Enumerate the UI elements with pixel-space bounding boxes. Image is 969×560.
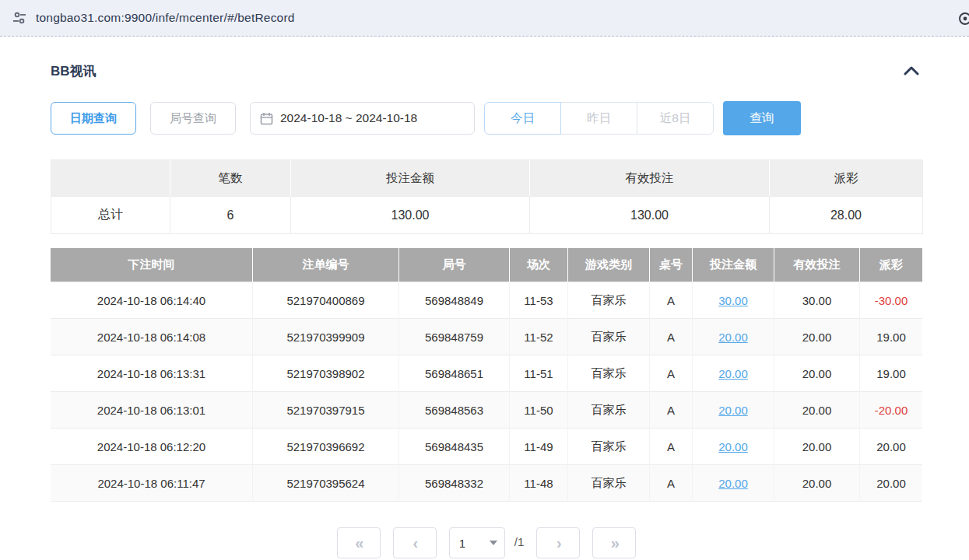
bet-amount-link[interactable]: 20.00 <box>718 404 748 417</box>
summary-header-cell <box>51 160 170 197</box>
table-header-cell: 派彩 <box>860 248 922 282</box>
session-cell: 11-53 <box>510 282 568 319</box>
summary-valid-bet: 130.00 <box>530 197 770 234</box>
bet-record-table: 下注时间 注单编号 局号 场次 游戏类别 桌号 投注金额 有效投注 派彩 202… <box>51 248 922 502</box>
first-page-icon: « <box>355 534 362 552</box>
summary-count: 6 <box>170 197 291 234</box>
last-page-icon: » <box>611 534 618 552</box>
session-cell: 11-52 <box>510 319 568 355</box>
game-type-cell: 百家乐 <box>568 429 650 465</box>
bet-no-cell: 521970399909 <box>253 319 399 355</box>
table-header-cell: 注单编号 <box>253 248 399 282</box>
table-row: 2024-10-18 06:13:01 521970397915 5698485… <box>51 392 922 429</box>
first-page-button[interactable]: « <box>337 527 381 558</box>
next-page-button[interactable]: › <box>536 527 580 558</box>
summary-header-cell: 投注金额 <box>291 160 530 197</box>
table-no-cell: A <box>650 392 693 429</box>
date-range-input[interactable]: 2024-10-18 ~ 2024-10-18 <box>250 102 475 135</box>
valid-bet-cell: 20.00 <box>774 429 860 465</box>
bet-no-cell: 521970395624 <box>253 465 399 502</box>
table-row: 2024-10-18 06:11:47 521970395624 5698483… <box>51 465 922 502</box>
table-header-cell: 有效投注 <box>774 248 860 282</box>
last-8-days-button[interactable]: 近8日 <box>637 102 714 135</box>
valid-bet-cell: 20.00 <box>774 319 860 355</box>
prev-page-button[interactable]: ‹ <box>393 527 437 558</box>
session-cell: 11-51 <box>510 355 568 392</box>
last-page-button[interactable]: » <box>592 527 636 558</box>
game-type-cell: 百家乐 <box>568 319 650 355</box>
bet-amount-link[interactable]: 30.00 <box>718 294 748 307</box>
filter-toolbar: 日期查询 局号查询 2024-10-18 ~ 2024-10-18 今日 昨日 … <box>51 101 922 135</box>
round-no-cell: 569848435 <box>399 429 510 465</box>
bet-time-cell: 2024-10-18 06:14:40 <box>51 282 253 319</box>
session-cell: 11-48 <box>510 465 568 502</box>
game-type-cell: 百家乐 <box>568 282 650 319</box>
chevron-up-icon <box>904 66 919 75</box>
collapse-panel-button[interactable] <box>901 63 922 80</box>
bet-time-cell: 2024-10-18 06:13:01 <box>51 392 253 429</box>
table-row: 2024-10-18 06:14:40 521970400869 5698488… <box>51 282 922 319</box>
next-page-icon: › <box>556 534 560 552</box>
valid-bet-cell: 20.00 <box>774 392 860 429</box>
payout-cell: -30.00 <box>860 282 922 319</box>
page-title: BB视讯 <box>51 62 97 80</box>
table-header-cell: 桌号 <box>650 248 693 282</box>
bet-amount-link[interactable]: 20.00 <box>718 477 748 490</box>
total-pages-label: /1 <box>514 535 525 548</box>
table-no-cell: A <box>650 355 693 392</box>
yesterday-button[interactable]: 昨日 <box>560 102 637 135</box>
bet-amount-link[interactable]: 20.00 <box>718 440 748 453</box>
page-select[interactable]: 1 <box>449 527 505 558</box>
valid-bet-cell: 20.00 <box>774 465 860 502</box>
payout-cell: 20.00 <box>860 465 922 502</box>
table-row: 2024-10-18 06:14:08 521970399909 5698487… <box>51 319 922 355</box>
session-cell: 11-50 <box>510 392 568 429</box>
bet-time-cell: 2024-10-18 06:12:20 <box>51 429 253 465</box>
bet-no-cell: 521970400869 <box>253 282 399 319</box>
table-no-cell: A <box>650 319 693 355</box>
payout-cell: 20.00 <box>860 429 922 465</box>
quick-date-group: 今日 昨日 近8日 <box>484 102 714 135</box>
page-select-wrap: 1 <box>449 527 505 558</box>
pagination: « ‹ 1 /1 › » <box>51 527 922 558</box>
round-no-cell: 569848849 <box>399 282 510 319</box>
calendar-icon <box>260 112 273 125</box>
round-no-cell: 569848759 <box>399 319 510 355</box>
bet-no-cell: 521970398902 <box>253 355 399 392</box>
table-row: 2024-10-18 06:12:20 521970396692 5698484… <box>51 429 922 465</box>
table-header-cell: 游戏类别 <box>568 248 650 282</box>
payout-cell: -20.00 <box>860 392 922 429</box>
prev-page-icon: ‹ <box>413 534 416 552</box>
table-header-cell: 投注金额 <box>693 248 774 282</box>
bet-amount-link[interactable]: 20.00 <box>718 331 748 344</box>
round-no-cell: 569848563 <box>399 392 510 429</box>
url-text[interactable]: tongbao31.com:9900/infe/mcenter/#/betRec… <box>36 11 295 25</box>
date-query-tab[interactable]: 日期查询 <box>51 102 136 135</box>
round-no-cell: 569848651 <box>399 355 510 392</box>
browser-extension-icon[interactable] <box>958 12 969 26</box>
table-header-cell: 下注时间 <box>51 248 253 282</box>
summary-header-cell: 派彩 <box>770 160 923 197</box>
payout-cell: 19.00 <box>860 319 922 355</box>
bet-amount-link[interactable]: 20.00 <box>718 367 748 380</box>
summary-table: 笔数 投注金额 有效投注 派彩 总计 6 130.00 130.00 28.00 <box>51 159 922 234</box>
bet-no-cell: 521970396692 <box>253 429 399 465</box>
today-button[interactable]: 今日 <box>484 102 561 135</box>
summary-header-cell: 有效投注 <box>530 160 770 197</box>
table-no-cell: A <box>650 465 693 502</box>
payout-cell: 19.00 <box>860 355 922 392</box>
date-range-value: 2024-10-18 ~ 2024-10-18 <box>280 111 417 125</box>
search-button[interactable]: 查询 <box>723 101 801 135</box>
site-settings-icon[interactable] <box>11 9 28 26</box>
bet-time-cell: 2024-10-18 06:13:31 <box>51 355 253 392</box>
table-no-cell: A <box>650 282 693 319</box>
session-cell: 11-49 <box>510 429 568 465</box>
round-no-cell: 569848332 <box>399 465 510 502</box>
valid-bet-cell: 30.00 <box>774 282 860 319</box>
bet-time-cell: 2024-10-18 06:14:08 <box>51 319 253 355</box>
bet-time-cell: 2024-10-18 06:11:47 <box>51 465 253 502</box>
round-query-tab[interactable]: 局号查询 <box>150 102 236 135</box>
game-type-cell: 百家乐 <box>568 465 650 502</box>
table-header-row: 下注时间 注单编号 局号 场次 游戏类别 桌号 投注金额 有效投注 派彩 <box>51 248 922 282</box>
table-header-cell: 场次 <box>510 248 568 282</box>
